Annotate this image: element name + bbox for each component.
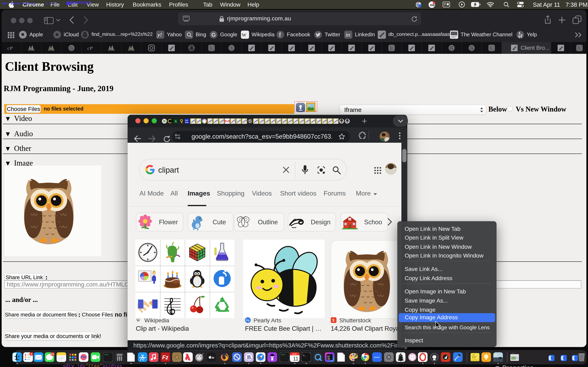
svg-text:zoom: zoom [374,356,380,359]
svg-text:brit: brit [185,119,188,121]
svg-text:APR: APR [292,353,296,355]
svg-text:PWA: PWA [49,50,52,51]
svg-text:box: box [185,121,189,123]
svg-text:IJ: IJ [328,355,330,358]
svg-text:G: G [211,32,216,38]
svg-text:B: B [247,354,251,360]
svg-text:in: in [346,32,350,38]
svg-text:cP: cP [87,45,93,51]
svg-text:exec: exec [281,354,285,356]
svg-text:L: L [490,45,493,51]
svg-text:SC: SC [348,218,351,220]
svg-text:6: 6 [230,45,233,51]
svg-text:G: G [450,45,453,51]
svg-text:y!: y! [157,32,162,38]
svg-text:W: W [136,318,140,322]
svg-text:$: $ [332,318,334,322]
svg-text:>_: >_ [303,354,306,357]
svg-text:G: G [470,45,474,51]
svg-text:PWA: PWA [129,50,132,51]
svg-text:exec: exec [104,354,109,356]
svg-text:W: W [242,32,246,38]
svg-text:L: L [210,45,213,51]
svg-text:f: f [279,31,281,38]
svg-text:11: 11 [293,356,298,361]
svg-text:G: G [70,45,73,51]
svg-text:tv: tv [212,356,214,359]
svg-text:208: 208 [51,353,54,355]
svg-text:L: L [390,45,393,51]
svg-text:K: K [174,119,177,123]
svg-text:PWA: PWA [29,50,32,51]
svg-text:Pa: Pa [246,319,249,322]
svg-text:3: 3 [31,352,32,356]
svg-text:Fz: Fz [162,354,168,360]
svg-text:cP: cP [7,45,13,51]
svg-text:L: L [578,45,581,51]
svg-text:PWA: PWA [109,50,112,51]
